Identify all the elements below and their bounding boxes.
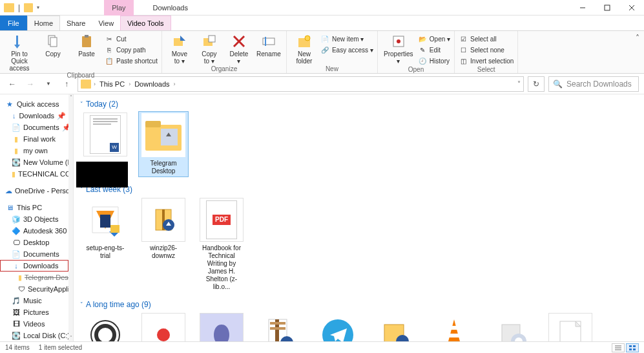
group-header-today[interactable]: ˅Today (2) — [80, 98, 638, 111]
tab-view[interactable]: View — [92, 16, 120, 30]
tree-documents2[interactable]: 📄Documents — [0, 248, 68, 260]
window-title: Downloads — [153, 4, 188, 12]
svg-rect-9 — [85, 35, 88, 37]
file-item-tsetup[interactable] — [313, 312, 363, 341]
tab-video-tools[interactable]: Video Tools — [120, 16, 171, 30]
tree-desktop[interactable]: 🖵Desktop — [0, 237, 68, 248]
easy-access-button[interactable]: 🔗Easy access ▾ — [320, 45, 373, 55]
svg-point-18 — [305, 36, 310, 41]
copy-path-button[interactable]: ⎘Copy path — [105, 45, 158, 55]
file-item-generic[interactable] — [545, 312, 596, 341]
qat-dropdown[interactable]: ▾ — [37, 5, 39, 10]
svg-point-20 — [397, 39, 400, 43]
tree-music[interactable]: 🎵Music — [0, 295, 68, 306]
tree-localdisk[interactable]: 💽Local Disk (C:) — [0, 330, 68, 341]
breadcrumb-thispc[interactable]: This PC — [98, 80, 126, 88]
copy-to-button[interactable]: Copy to ▾ — [196, 32, 223, 65]
tree-technical[interactable]: ▮TECHNICAL COI — [0, 168, 68, 180]
file-item-openshot[interactable] — [80, 312, 130, 341]
paste-button[interactable]: Paste — [71, 32, 102, 58]
new-item-button[interactable]: 📄New item ▾ — [320, 34, 373, 44]
open-button[interactable]: 📂Open ▾ — [418, 34, 450, 44]
search-input[interactable]: 🔍 Search Downloads — [548, 76, 639, 92]
address-dropdown[interactable]: ˅ — [517, 80, 521, 87]
svg-rect-40 — [270, 322, 286, 325]
new-folder-button[interactable]: New folder — [291, 32, 318, 65]
tree-myown[interactable]: ▮my own — [0, 145, 68, 156]
svg-rect-59 — [629, 345, 632, 347]
rename-button[interactable]: Rename — [255, 32, 282, 58]
sidebar-scrollbar[interactable]: ˄ ˅ — [68, 94, 73, 341]
svg-rect-60 — [633, 345, 636, 347]
file-item-setup-eng[interactable]: setup-eng-ts-trial — [80, 197, 130, 261]
address-folder-icon — [81, 80, 91, 89]
close-button[interactable] — [619, 0, 644, 16]
file-item-vlc[interactable] — [429, 312, 479, 341]
move-to-button[interactable]: Move to ▾ — [166, 32, 193, 65]
svg-rect-7 — [50, 37, 57, 47]
tab-share[interactable]: Share — [60, 16, 92, 30]
select-group-label: Select — [459, 66, 514, 74]
svg-rect-41 — [270, 327, 286, 330]
file-item-winzip[interactable]: winzip26-downwz — [138, 197, 189, 261]
view-icons-button[interactable] — [626, 343, 639, 352]
refresh-button[interactable]: ↻ — [528, 76, 545, 92]
tree-securityappliance[interactable]: 🛡SecurityAppliar — [0, 283, 68, 295]
file-item-screenrec[interactable] — [138, 312, 189, 341]
tree-quick-access[interactable]: ★Quick access — [0, 98, 68, 110]
search-placeholder: Search Downloads — [566, 80, 632, 89]
delete-button[interactable]: Delete ▾ — [225, 32, 253, 65]
file-item-telegram-folder[interactable]: Telegram Desktop — [138, 111, 189, 177]
copy-button[interactable]: Copy — [37, 32, 68, 58]
tree-autodesk[interactable]: 🔷Autodesk 360 — [0, 225, 68, 237]
collapse-ribbon-button[interactable]: ˄ — [631, 31, 644, 73]
tree-downloads[interactable]: ↓Downloads📌 — [0, 110, 68, 122]
group-header-longtime[interactable]: ˅A long time ago (9) — [80, 299, 638, 312]
view-details-button[interactable] — [612, 343, 625, 352]
organize-group-label: Organize — [166, 65, 282, 73]
svg-rect-27 — [100, 215, 110, 228]
tree-finalwork[interactable]: ▮Final work — [0, 133, 68, 145]
redaction-overlay — [76, 162, 128, 187]
quick-access-icon[interactable] — [24, 3, 33, 12]
select-none-button[interactable]: ☐Select none — [459, 45, 514, 55]
open-group-label: Open — [382, 66, 450, 74]
properties-button[interactable]: Properties ▾ — [382, 32, 415, 65]
tree-videos[interactable]: 🎞Videos — [0, 318, 68, 330]
history-button[interactable]: 🕘History — [418, 56, 450, 66]
file-item-security-appliance[interactable] — [254, 312, 305, 341]
file-item-handbook-pdf[interactable]: PDF Handbook for Technical Writing by Ja… — [196, 197, 247, 292]
file-item-download-img[interactable] — [196, 312, 247, 341]
select-all-button[interactable]: ☑Select all — [459, 34, 514, 44]
tree-downloads-selected[interactable]: ↓Downloads — [0, 260, 68, 272]
file-item-word-doc[interactable]: W — [80, 111, 130, 167]
svg-rect-12 — [209, 36, 215, 42]
tab-home[interactable]: Home — [27, 16, 60, 30]
tree-telegram-desktop[interactable]: ▮Telegram Desk — [0, 272, 68, 283]
maximize-button[interactable] — [595, 0, 619, 16]
group-header-lastweek[interactable]: ˅Last week (3) — [80, 184, 638, 197]
svg-rect-22 — [145, 121, 161, 127]
file-item-chromesetup[interactable] — [487, 312, 537, 341]
pin-quick-access-button[interactable]: Pin to Quick access — [4, 32, 35, 72]
invert-selection-button[interactable]: ◫Invert selection — [459, 56, 514, 66]
tree-documents[interactable]: 📄Documents📌 — [0, 122, 68, 133]
cut-button[interactable]: ✂Cut — [105, 34, 158, 44]
paste-shortcut-button[interactable]: 📋Paste shortcut — [105, 56, 158, 66]
titlebar-pipe: | — [17, 3, 21, 12]
tab-file[interactable]: File — [0, 16, 27, 30]
minimize-button[interactable] — [570, 0, 595, 16]
search-icon: 🔍 — [553, 80, 563, 89]
tree-pictures[interactable]: 🖼Pictures — [0, 306, 68, 318]
tree-onedrive[interactable]: ☁OneDrive - Persor — [0, 185, 68, 197]
tree-3dobjects[interactable]: 🧊3D Objects — [0, 213, 68, 225]
svg-rect-1 — [605, 5, 610, 10]
file-item-winzip24[interactable] — [371, 312, 421, 341]
svg-rect-48 — [450, 326, 458, 330]
contextual-tab-play[interactable]: Play — [104, 0, 133, 16]
tree-thispc[interactable]: 🖥This PC — [0, 202, 68, 213]
edit-button[interactable]: ✎Edit — [418, 45, 450, 55]
folder-icon — [4, 3, 14, 12]
breadcrumb-downloads[interactable]: Downloads — [133, 80, 171, 88]
tree-newvolume[interactable]: 💽New Volume (D: — [0, 156, 68, 168]
